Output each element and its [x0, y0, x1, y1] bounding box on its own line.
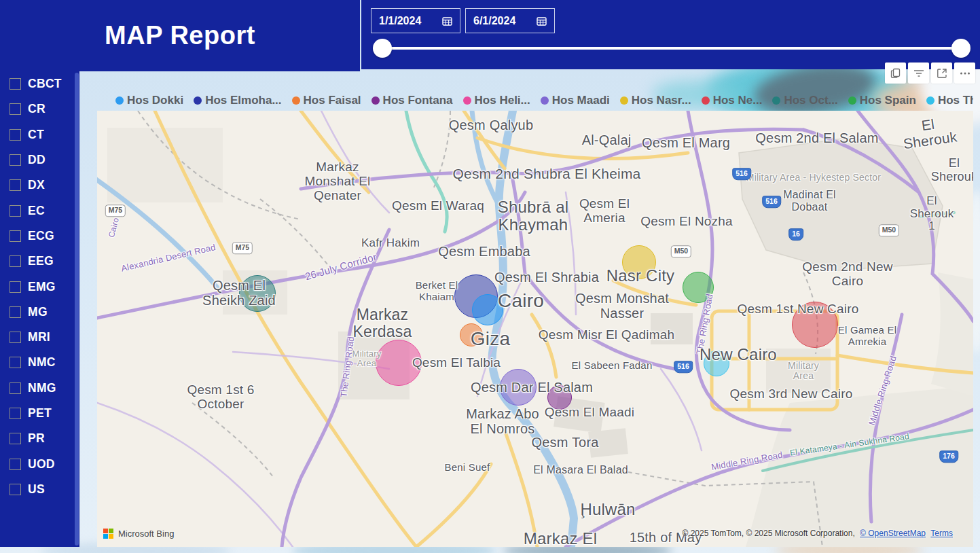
map-base-tiles [97, 111, 973, 547]
checkbox-icon[interactable] [10, 205, 21, 217]
map-visual: Hos DokkiHos Elmoha...Hos FaisalHos Font… [97, 90, 973, 547]
focus-mode-button[interactable] [931, 63, 952, 84]
sidebar-filter-ec[interactable]: EC [0, 198, 79, 223]
map-bubble[interactable] [500, 369, 537, 406]
checkbox-icon[interactable] [10, 129, 21, 141]
checkbox-label: CBCT [28, 77, 62, 91]
legend-item[interactable]: Hos Ne... [702, 94, 763, 107]
checkbox-icon[interactable] [10, 154, 21, 166]
legend-dot-icon [848, 96, 856, 105]
legend-label: Hos Maadi [552, 94, 610, 107]
map-bubble[interactable] [547, 385, 572, 410]
slider-track[interactable] [382, 47, 961, 50]
legend-item[interactable]: Hos Nasr... [620, 94, 691, 107]
sidebar-filter-eeg[interactable]: EEG [0, 249, 79, 274]
sidebar-filter-uod[interactable]: UOD [0, 451, 79, 476]
sidebar-filter-ct[interactable]: CT [0, 122, 79, 147]
checkbox-label: CT [28, 128, 44, 142]
checkbox-label: EMG [28, 280, 56, 294]
map-canvas[interactable]: Qesm QalyubAl-QalajQesm El MargQesm 2nd … [97, 111, 973, 547]
checkbox-label: CR [28, 102, 46, 116]
filters-button[interactable] [908, 63, 929, 84]
legend-item[interactable]: Hos Thir... [926, 94, 973, 107]
legend-item[interactable]: Hos Heli... [463, 94, 530, 107]
legend-item[interactable]: Hos Dokki [115, 94, 183, 107]
openstreetmap-link[interactable]: © OpenStreetMap [860, 529, 926, 538]
checkbox-label: PR [28, 431, 45, 446]
more-options-button[interactable] [954, 63, 975, 84]
terms-link[interactable]: Terms [930, 529, 953, 538]
calendar-icon [442, 16, 452, 26]
date-from-value: 1/1/2024 [379, 15, 421, 27]
slider-handle-end[interactable] [951, 39, 970, 58]
legend-item[interactable]: Hos Oct... [772, 94, 837, 107]
checkbox-icon[interactable] [10, 332, 21, 343]
checkbox-icon[interactable] [10, 306, 21, 318]
sidebar-filter-emg[interactable]: EMG [0, 274, 79, 299]
legend-item[interactable]: Hos Elmoha... [194, 94, 281, 107]
sidebar-scrollbar[interactable] [75, 73, 79, 546]
date-to-field[interactable]: 6/1/2024 [465, 8, 555, 33]
legend-label: Hos Elmoha... [205, 94, 281, 107]
checkbox-icon[interactable] [10, 281, 21, 293]
sidebar-filter-pet[interactable]: PET [0, 401, 79, 426]
checkbox-icon[interactable] [10, 408, 21, 419]
calendar-icon [537, 16, 547, 26]
map-bubble[interactable] [376, 340, 422, 386]
sidebar-filter-dd[interactable]: DD [0, 147, 79, 173]
legend-item[interactable]: Hos Fontana [371, 94, 453, 107]
legend-item[interactable]: Hos Faisal [292, 94, 361, 107]
sidebar-filter-mg[interactable]: MG [0, 300, 79, 325]
checkbox-icon[interactable] [10, 433, 21, 444]
checkbox-icon[interactable] [10, 179, 21, 191]
checkbox-label: US [28, 482, 45, 497]
sidebar-filter-ecg[interactable]: ECG [0, 224, 79, 249]
checkbox-icon[interactable] [10, 255, 21, 267]
legend-dot-icon [463, 96, 471, 105]
sidebar-filter-nmc[interactable]: NMC [0, 350, 79, 375]
checkbox-label: NMG [28, 381, 56, 395]
date-from-field[interactable]: 1/1/2024 [371, 8, 460, 33]
legend-dot-icon [702, 96, 710, 105]
legend-dot-icon [620, 96, 628, 105]
legend-dot-icon [292, 96, 300, 105]
legend-item[interactable]: Hos Spain [848, 94, 916, 107]
checkbox-icon[interactable] [10, 357, 21, 368]
checkbox-label: ECG [28, 229, 54, 243]
map-bubble[interactable] [239, 275, 276, 312]
checkbox-icon[interactable] [10, 103, 21, 115]
map-bubble[interactable] [704, 351, 729, 376]
map-bubble[interactable] [683, 272, 714, 303]
checkbox-icon[interactable] [10, 459, 21, 470]
checkbox-icon[interactable] [10, 78, 21, 90]
checkbox-label: DX [28, 178, 45, 192]
checkbox-icon[interactable] [10, 382, 21, 394]
sidebar-filter-dx[interactable]: DX [0, 173, 79, 198]
checkbox-icon[interactable] [10, 484, 21, 495]
slider-handle-start[interactable] [373, 39, 392, 58]
sidebar-filter-nmg[interactable]: NMG [0, 376, 79, 401]
sidebar-filter-pr[interactable]: PR [0, 426, 79, 451]
map-bubble[interactable] [792, 302, 838, 348]
map-bubble[interactable] [622, 245, 656, 279]
legend-label: Hos Heli... [475, 94, 530, 107]
report-title: MAP Report [105, 21, 255, 50]
sidebar-filter-us[interactable]: US [0, 477, 79, 502]
sidebar-filter-cr[interactable]: CR [0, 96, 79, 122]
report-page: MAP Report 1/1/2024 6/1/2024 CBCTCRCTDDD… [0, 0, 980, 553]
legend-label: Hos Faisal [304, 94, 361, 107]
legend-label: Hos Nasr... [632, 94, 691, 107]
map-bubble[interactable] [460, 323, 483, 346]
legend-dot-icon [772, 96, 780, 105]
legend-label: Hos Thir... [938, 94, 973, 107]
sidebar-filter-mri[interactable]: MRI [0, 325, 79, 350]
legend-label: Hos Dokki [127, 94, 183, 107]
map-bubble[interactable] [472, 294, 503, 325]
legend-item[interactable]: Hos Maadi [541, 94, 610, 107]
copy-icon [890, 68, 901, 79]
sidebar-filter-cbct[interactable]: CBCT [0, 71, 79, 96]
bing-attribution[interactable]: Microsoft Bing [103, 529, 174, 539]
checkbox-icon[interactable] [10, 230, 21, 242]
copy-visual-button[interactable] [885, 63, 906, 84]
legend-dot-icon [194, 96, 202, 105]
